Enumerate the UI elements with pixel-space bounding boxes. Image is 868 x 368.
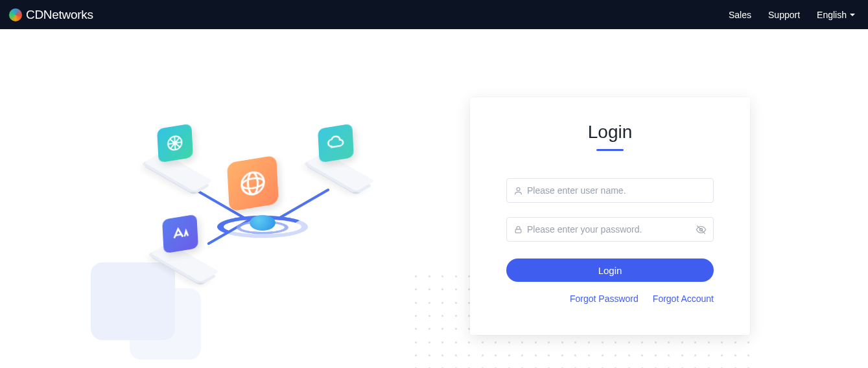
svg-point-2 (242, 177, 264, 190)
login-title: Login (506, 122, 714, 143)
forgot-password-link[interactable]: Forgot Password (570, 293, 639, 304)
illustration (0, 68, 454, 366)
title-underline (596, 149, 624, 151)
password-input[interactable] (527, 224, 696, 235)
password-field-wrap (506, 217, 714, 242)
language-selector[interactable]: English (817, 10, 855, 20)
nav-sales[interactable]: Sales (729, 10, 751, 20)
hub-card-icon (227, 155, 279, 211)
header-nav: Sales Support English (729, 10, 855, 20)
svg-rect-5 (515, 229, 521, 233)
user-icon (513, 186, 523, 196)
node-card-icon (162, 214, 198, 254)
node-card-icon (318, 124, 354, 163)
svg-point-3 (248, 172, 259, 195)
lock-icon (513, 225, 523, 235)
username-field-wrap (506, 178, 714, 203)
brand-logo-icon (9, 8, 22, 21)
toggle-password-visibility-icon[interactable] (696, 224, 707, 235)
header-bar: CDNetworks Sales Support English (0, 0, 868, 29)
helper-links: Forgot Password Forgot Account (506, 293, 714, 304)
network-illustration (117, 113, 402, 334)
svg-point-1 (241, 170, 264, 196)
nav-support[interactable]: Support (768, 10, 800, 20)
login-button[interactable]: Login (506, 259, 714, 282)
svg-point-4 (517, 187, 520, 190)
language-label: English (817, 10, 847, 20)
node-card-icon (157, 124, 193, 163)
login-panel: Login Login Forgot Password Forgot Accou… (470, 97, 750, 335)
brand-name: CDNetworks (26, 8, 93, 22)
username-input[interactable] (527, 185, 707, 196)
main-content: Login Login Forgot Password Forgot Accou… (0, 29, 868, 366)
chevron-down-icon (850, 14, 855, 16)
brand-logo[interactable]: CDNetworks (9, 8, 93, 22)
forgot-account-link[interactable]: Forgot Account (653, 293, 714, 304)
